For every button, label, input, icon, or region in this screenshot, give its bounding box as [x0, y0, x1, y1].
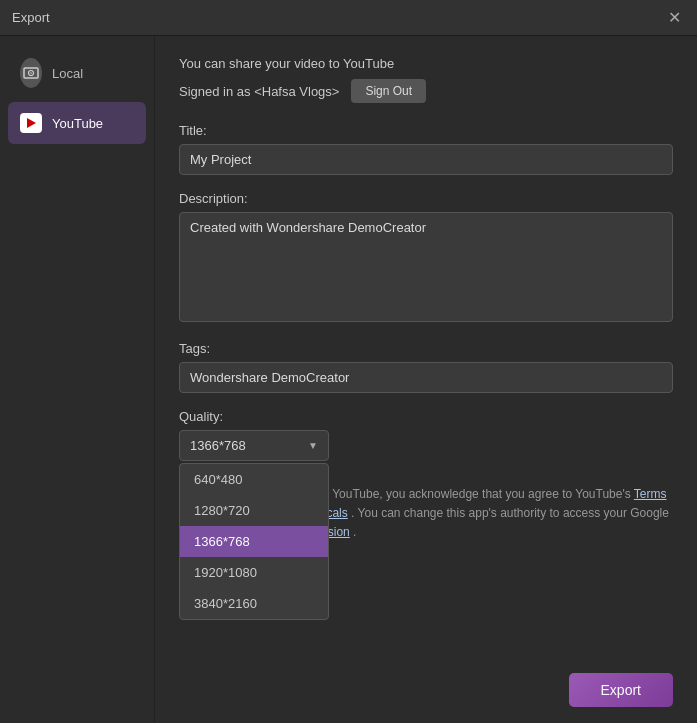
signed-in-row: Signed in as <Hafsa Vlogs> Sign Out — [179, 79, 673, 103]
quality-option-1280*720[interactable]: 1280*720 — [180, 495, 328, 526]
content-area: You can share your video to YouTube Sign… — [155, 36, 697, 723]
quality-option-1366*768[interactable]: 1366*768 — [180, 526, 328, 557]
quality-dropdown[interactable]: 1366*768 ▼ — [179, 430, 329, 461]
sidebar-item-local[interactable]: Local — [8, 52, 146, 94]
quality-option-640*480[interactable]: 640*480 — [180, 464, 328, 495]
title-input[interactable] — [179, 144, 673, 175]
quality-option-1920*1080[interactable]: 1920*1080 — [180, 557, 328, 588]
title-bar: Export ✕ — [0, 0, 697, 36]
svg-point-2 — [30, 72, 32, 74]
sidebar-item-youtube[interactable]: YouTube — [8, 102, 146, 144]
description-input[interactable]: Created with Wondershare DemoCreator — [179, 212, 673, 322]
footer-text-end: . — [350, 525, 357, 539]
window-title: Export — [12, 10, 50, 25]
quality-label: Quality: — [179, 409, 673, 424]
quality-dropdown-wrapper: 1366*768 ▼ 640*4801280*7201366*7681920*1… — [179, 430, 329, 461]
local-label: Local — [52, 66, 83, 81]
tags-field-group: Tags: — [179, 341, 673, 393]
local-icon — [20, 62, 42, 84]
description-label: Description: — [179, 191, 673, 206]
quality-field-group: Quality: 1366*768 ▼ 640*4801280*7201366*… — [179, 409, 673, 461]
main-layout: Local YouTube You can share your video t… — [0, 36, 697, 723]
quality-option-3840*2160[interactable]: 3840*2160 — [180, 588, 328, 619]
quality-dropdown-menu: 640*4801280*7201366*7681920*10803840*216… — [179, 463, 329, 620]
sign-out-button[interactable]: Sign Out — [351, 79, 426, 103]
youtube-label: YouTube — [52, 116, 103, 131]
export-button[interactable]: Export — [569, 673, 673, 707]
close-button[interactable]: ✕ — [664, 8, 685, 28]
description-field-group: Description: Created with Wondershare De… — [179, 191, 673, 325]
bottom-bar: Export — [569, 673, 673, 707]
signed-in-text: Signed in as <Hafsa Vlogs> — [179, 84, 339, 99]
youtube-icon — [20, 112, 42, 134]
quality-selected-value: 1366*768 — [190, 438, 246, 453]
sidebar: Local YouTube — [0, 36, 155, 723]
share-text: You can share your video to YouTube — [179, 56, 673, 71]
title-field-group: Title: — [179, 123, 673, 175]
tags-input[interactable] — [179, 362, 673, 393]
title-label: Title: — [179, 123, 673, 138]
tags-label: Tags: — [179, 341, 673, 356]
chevron-down-icon: ▼ — [308, 440, 318, 451]
